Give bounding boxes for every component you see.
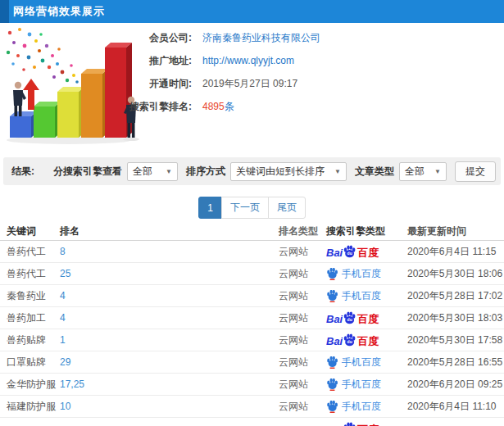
baidu-pc-logo: Baidu百度 xyxy=(326,422,379,426)
baidu-pc-logo: Baidu百度 xyxy=(326,333,379,347)
confetti-dots xyxy=(7,28,79,84)
rank-link[interactable]: 25 xyxy=(60,268,70,279)
rank-link[interactable]: 4 xyxy=(60,312,66,324)
rank-type-cell: 云网站 xyxy=(279,289,326,303)
titlebar-accent-notch xyxy=(0,0,9,23)
updated-cell: 2020年5月28日 17:02 xyxy=(407,289,504,303)
header-rank-type: 排名类型 xyxy=(279,224,326,238)
table-row: 金华防护服 17,25 云网站 手机百度 2020年6月20日 09:25 xyxy=(0,374,504,396)
baidu-paw-icon xyxy=(326,290,338,302)
rank-link[interactable]: 1 xyxy=(60,334,66,346)
keyword-cell: 口罩贴牌 xyxy=(0,356,60,369)
chevron-down-icon: ▼ xyxy=(334,168,341,175)
updated-cell: 2020年5月30日 18:03 xyxy=(407,311,504,325)
next-page-button[interactable]: 下一页 xyxy=(221,197,269,219)
rank-type-cell: 云网站 xyxy=(279,267,326,281)
table-row: 兽药贴牌 1 云网站 Baidu百度 2020年5月30日 17:58 xyxy=(0,329,504,351)
table-header-row: 关键词 排名 排名类型 搜索引擎类型 最新更新时间 xyxy=(0,223,504,241)
svg-text:du: du xyxy=(347,339,352,344)
baidu-mobile-logo: 手机百度 xyxy=(326,378,381,392)
table-row: 兽药代工 25 云网站 手机百度 2020年5月30日 18:06 xyxy=(0,263,504,285)
article-type-select[interactable]: 全部 ▼ xyxy=(399,162,447,181)
engine-filter-select[interactable]: 全部 ▼ xyxy=(127,162,178,181)
info-row-open-time: 开通时间: 2019年5月27日 09:17 xyxy=(121,72,504,95)
rank-type-cell: 云网站 xyxy=(279,333,326,347)
rank-link[interactable]: 8 xyxy=(60,246,66,257)
baidu-mobile-logo: 手机百度 xyxy=(326,267,381,281)
header-keyword: 关键词 xyxy=(0,224,60,238)
chevron-down-icon: ▼ xyxy=(166,168,172,175)
rank-link[interactable]: 29 xyxy=(60,356,70,368)
bar-yellow xyxy=(57,87,84,138)
info-row-company: 会员公司: 济南秦鲁药业科技有限公司 xyxy=(121,26,504,49)
baidu-paw-icon: du xyxy=(343,422,356,426)
rank-count-suffix: 条 xyxy=(225,101,234,112)
updated-cell: 2020年5月30日 18:06 xyxy=(407,267,504,281)
bar-green xyxy=(34,102,61,138)
baidu-paw-icon: du xyxy=(343,333,356,347)
last-page-button[interactable]: 尾页 xyxy=(268,197,306,219)
baidu-mobile-logo: 手机百度 xyxy=(326,356,381,369)
businessman-left xyxy=(13,82,26,116)
filter-bar: 结果: 分搜索引擎查看 全部 ▼ 排序方式 关键词由短到长排序 ▼ 文章类型 全… xyxy=(3,157,501,185)
article-type-value: 全部 xyxy=(405,165,425,179)
engine-filter-label: 分搜索引擎查看 xyxy=(53,165,122,179)
rank-type-cell: 云网站 xyxy=(279,311,326,325)
baidu-paw-icon xyxy=(326,268,338,280)
rank-link[interactable]: 4 xyxy=(60,290,66,301)
svg-text:du: du xyxy=(347,251,352,256)
rank-count-label: 搜索引擎排名: xyxy=(121,100,192,114)
member-info-panel: 会员公司: 济南秦鲁药业科技有限公司 推广地址: http://www.qlyy… xyxy=(121,26,504,118)
rank-link[interactable]: 10 xyxy=(60,401,70,412)
article-type-label: 文章类型 xyxy=(355,165,394,179)
svg-text:du: du xyxy=(347,317,352,322)
rank-count-number: 4895 xyxy=(202,101,225,112)
header-updated: 最新更新时间 xyxy=(407,224,504,238)
info-row-rank-count: 搜索引擎排名: 4895条 xyxy=(121,95,504,118)
baidu-mobile-logo: 手机百度 xyxy=(326,400,381,414)
baidu-paw-icon: du xyxy=(343,311,356,324)
submit-button[interactable]: 提交 xyxy=(455,161,496,182)
header-rank: 排名 xyxy=(60,224,279,238)
baidu-paw-icon xyxy=(326,356,338,369)
promo-url-link[interactable]: http://www.qlyyjt.com xyxy=(202,55,294,66)
baidu-pc-logo: Baidu百度 xyxy=(326,311,379,324)
keyword-cell: 金华防护服 xyxy=(0,378,60,392)
engine-filter-value: 全部 xyxy=(133,165,152,179)
rank-link[interactable]: 17,25 xyxy=(60,378,84,390)
sort-filter-select[interactable]: 关键词由短到长排序 ▼ xyxy=(230,162,347,181)
title-bar: 网络营销效果展示 xyxy=(0,0,504,23)
sort-filter-value: 关键词由短到长排序 xyxy=(236,165,325,179)
table-row: 福建防护服 10 云网站 手机百度 2020年6月4日 11:10 xyxy=(0,396,504,418)
table-row: 秦鲁药业 4 云网站 手机百度 2020年5月28日 17:02 xyxy=(0,285,504,307)
company-link[interactable]: 济南秦鲁药业科技有限公司 xyxy=(202,31,320,45)
table-row: 口罩贴牌 29 云网站 手机百度 2020年5月28日 16:55 xyxy=(0,351,504,374)
results-table: 关键词 排名 排名类型 搜索引擎类型 最新更新时间 兽药代工 8 云网站 Bai… xyxy=(0,223,504,426)
header-engine-type: 搜索引擎类型 xyxy=(326,224,407,238)
baidu-paw-icon xyxy=(326,401,338,413)
sort-filter-label: 排序方式 xyxy=(186,165,225,179)
marketing-report-page: 网络营销效果展示 xyxy=(0,0,504,426)
updated-cell: 2020年6月4日 11:15 xyxy=(407,245,504,259)
baidu-pc-logo: Baidu百度 xyxy=(326,245,379,258)
table-row: 兽药代工 8 云网站 Baidu百度 2020年6月4日 11:15 xyxy=(0,241,504,263)
chevron-down-icon: ▼ xyxy=(434,168,441,175)
baidu-paw-icon: du xyxy=(343,245,356,258)
company-label: 会员公司: xyxy=(121,31,192,45)
page-1-button[interactable]: 1 xyxy=(198,197,222,219)
baidu-mobile-logo: 手机百度 xyxy=(326,289,381,303)
bar-orange xyxy=(81,69,108,138)
promo-url-label: 推广地址: xyxy=(121,54,192,68)
bar-blue xyxy=(10,111,37,138)
rank-count-value: 4895条 xyxy=(202,100,234,114)
keyword-cell: 福建防护服 xyxy=(0,400,60,414)
keyword-cell: 兽药代工 xyxy=(0,245,60,259)
baidu-paw-icon xyxy=(326,378,338,391)
open-time-value: 2019年5月27日 09:17 xyxy=(202,77,297,91)
info-row-url: 推广地址: http://www.qlyyjt.com xyxy=(121,49,504,72)
rank-type-cell: 云网站 xyxy=(279,400,326,414)
rank-type-cell: 云网站 xyxy=(279,378,326,392)
updated-cell: 2020年6月20日 09:25 xyxy=(407,378,504,392)
table-row-partial: Baidu百度 xyxy=(0,418,504,426)
filter-controls: 分搜索引擎查看 全部 ▼ 排序方式 关键词由短到长排序 ▼ 文章类型 全部 ▼ … xyxy=(45,161,496,182)
